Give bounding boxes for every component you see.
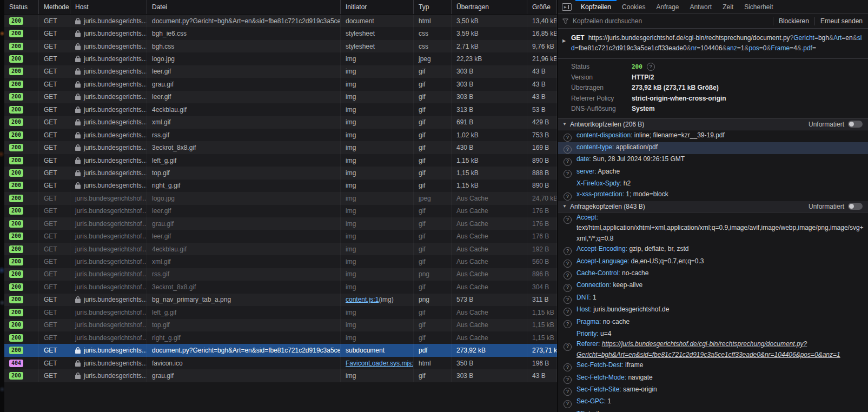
header-row[interactable]: ?content-type: application/pdf [558, 142, 868, 154]
request-row[interactable]: 200GETjuris.bundesgerichts…rss.gifimggif… [4, 129, 557, 141]
column-header-datei[interactable]: Datei [147, 0, 341, 14]
question-circle-icon[interactable]: ? [564, 216, 572, 224]
question-circle-icon[interactable]: ? [564, 260, 572, 268]
question-circle-icon[interactable]: ? [564, 363, 572, 371]
question-circle-icon[interactable]: ? [564, 134, 572, 142]
question-circle-icon[interactable]: ? [647, 63, 655, 71]
tab-zeit[interactable]: Zeit [717, 0, 739, 14]
column-header-übertragen[interactable]: Übertragen [452, 0, 527, 14]
question-circle-icon[interactable]: ? [564, 271, 572, 280]
request-row[interactable]: 200GETjuris.bundesgerichts…leer.gifimggi… [4, 65, 557, 78]
request-row[interactable]: 404GETjuris.bundesgerichts…favicon.icoFa… [4, 357, 557, 369]
header-row[interactable]: ?date: Sun, 28 Jul 2024 09:26:15 GMT [558, 154, 868, 166]
initiator-link[interactable]: FaviconLoader.sys.mjs:1… [346, 360, 414, 367]
request-row[interactable]: 200GETjuris.bundesgerichtshof…logo.jpgim… [4, 192, 557, 204]
size-cell: 176 B [527, 217, 557, 230]
header-row[interactable]: ?Sec-Fetch-Site: same-origin [558, 384, 868, 396]
header-value: no-cache [622, 269, 648, 277]
request-row[interactable]: 200GETjuris.bundesgerichtshof…leer.gifim… [4, 205, 557, 217]
question-circle-icon[interactable]: ? [564, 192, 572, 201]
header-row[interactable]: ?x-xss-protection: 1; mode=block [558, 189, 868, 201]
request-row[interactable]: 200GETjuris.bundesgerichts…document.py?G… [4, 344, 557, 356]
header-row[interactable]: ?Host: juris.bundesgerichtshof.de [558, 304, 868, 316]
header-row[interactable]: ?TE: trailers [558, 409, 868, 412]
request-row[interactable]: 200GETjuris.bundesgerichtshof…3eckrot_8x… [4, 281, 557, 293]
header-row[interactable]: ?server: Apache [558, 167, 868, 178]
question-circle-icon[interactable]: ? [564, 376, 572, 384]
column-header-methode[interactable]: Methode [39, 0, 70, 14]
initiator-link[interactable]: content.js:1 [346, 296, 379, 303]
block-button[interactable]: Blockieren [773, 17, 814, 25]
request-row[interactable]: 200GETjuris.bundesgerichtshof…leer.gifim… [4, 230, 557, 242]
tab-kopfzeilen[interactable]: Kopfzeilen [575, 0, 617, 14]
request-row[interactable]: 200GETjuris.bundesgerichtshof…xml.gifimg… [4, 255, 557, 268]
question-circle-icon[interactable]: ? [564, 400, 572, 408]
request-row[interactable]: 200GETjuris.bundesgerichts…bg_nav_primar… [4, 294, 557, 306]
headers-search-input[interactable] [572, 17, 773, 25]
tab-antwort[interactable]: Antwort [684, 0, 717, 14]
request-row[interactable]: 200GETjuris.bundesgerichts…right_g.gifim… [4, 180, 557, 192]
header-row[interactable]: ?Pragma: no-cache [558, 317, 868, 329]
column-header-initiator[interactable]: Initiator [341, 0, 414, 14]
request-row[interactable]: 200GETjuris.bundesgerichtshof…left_g.gif… [4, 306, 557, 318]
raw-toggle-switch[interactable] [848, 203, 863, 210]
header-row[interactable]: ?Accept-Encoding: gzip, deflate, br, zst… [558, 244, 868, 256]
question-circle-icon[interactable]: ? [564, 170, 572, 178]
question-circle-icon[interactable]: ? [564, 320, 572, 328]
request-row[interactable]: 200GETjuris.bundesgerichts…bgh_ie6.cssst… [4, 27, 557, 39]
request-row[interactable]: 200GETjuris.bundesgerichts…left_g.gifimg… [4, 154, 557, 167]
tab-cookies[interactable]: Cookies [617, 0, 651, 14]
header-row[interactable]: Priority: u=4 [558, 329, 868, 339]
request-row[interactable]: 200GETjuris.bundesgerichts…logo.jpgimgjp… [4, 52, 557, 65]
header-row[interactable]: ?Accept: text/html,application/xhtml+xml… [558, 212, 868, 244]
request-row[interactable]: 200GETjuris.bundesgerichts…3eckrot_8x8.g… [4, 141, 557, 154]
request-row[interactable]: 200GETjuris.bundesgerichts…top.gifimggif… [4, 167, 557, 179]
request-row[interactable]: 200GETjuris.bundesgerichts…document.py?G… [4, 15, 557, 27]
header-row[interactable]: ?Sec-Fetch-Dest: iframe [558, 360, 868, 372]
header-row[interactable]: ?Referer: https://juris.bundesgerichtsho… [558, 339, 868, 360]
tab-anfrage[interactable]: Anfrage [651, 0, 684, 14]
request-row[interactable]: 200GETjuris.bundesgerichtshof…top.gifimg… [4, 319, 557, 331]
header-row[interactable]: ?content-disposition: inline; filename=k… [558, 130, 868, 142]
column-header-größe[interactable]: Größe [527, 0, 557, 14]
question-circle-icon[interactable]: ? [564, 158, 572, 166]
request-row[interactable]: 200GETjuris.bundesgerichtshof…rss.gifimg… [4, 268, 557, 281]
question-circle-icon[interactable]: ? [564, 247, 572, 255]
section-header[interactable]: ▼Antwortkopfzeilen (206 B)Unformatiert [558, 119, 868, 130]
request-row[interactable]: 200GETjuris.bundesgerichts…grau.gifimggi… [4, 369, 557, 382]
lock-icon [75, 94, 81, 100]
request-row[interactable]: 200GETjuris.bundesgerichts…xml.gifimggif… [4, 116, 557, 129]
header-row[interactable]: ?Cache-Control: no-cache [558, 268, 868, 280]
column-header-typ[interactable]: Typ [414, 0, 452, 14]
header-row[interactable]: ?Sec-Fetch-Mode: navigate [558, 373, 868, 384]
question-circle-icon[interactable]: ? [564, 388, 572, 396]
tab-sicherheit[interactable]: Sicherheit [739, 0, 778, 14]
question-circle-icon[interactable]: ? [564, 308, 572, 316]
request-details-panel: ▶ KopfzeilenCookiesAnfrageAntwortZeitSic… [557, 0, 868, 412]
question-circle-icon[interactable]: ? [564, 145, 572, 154]
raw-toggle-switch[interactable] [848, 121, 863, 128]
header-row[interactable]: ?DNT: 1 [558, 293, 868, 304]
section-header[interactable]: ▼Anfragekopfzeilen (843 B)Unformatiert [558, 201, 868, 212]
header-row[interactable]: ?Sec-GPC: 1 [558, 396, 868, 408]
header-row[interactable]: ?Connection: keep-alive [558, 280, 868, 292]
request-row[interactable]: 200GETjuris.bundesgerichts…leer.gifimggi… [4, 91, 557, 103]
request-row[interactable]: 200GETjuris.bundesgerichts…grau.gifimggi… [4, 78, 557, 90]
question-circle-icon[interactable]: ? [564, 296, 572, 304]
question-circle-icon[interactable]: ? [564, 284, 572, 292]
request-row[interactable]: 200GETjuris.bundesgerichtshof…right_g.gi… [4, 331, 557, 344]
column-header-status[interactable]: Status [4, 0, 39, 14]
column-header-host[interactable]: Host [70, 0, 147, 14]
header-value[interactable]: https://juris.bundesgerichtshof.de/cgi-b… [577, 340, 840, 358]
request-row[interactable]: 200GETjuris.bundesgerichtshof…4eckblau.g… [4, 243, 557, 255]
initiator-suffix: (img) [379, 296, 393, 303]
request-row[interactable]: 200GETjuris.bundesgerichts…4eckblau.gifi… [4, 103, 557, 116]
collapse-sidebar-button[interactable]: ▶ [558, 0, 575, 14]
request-row[interactable]: 200GETjuris.bundesgerichtshof…grau.gifim… [4, 217, 557, 230]
resend-button[interactable]: Erneut senden [814, 17, 868, 25]
header-row[interactable]: X-Firefox-Spdy: h2 [558, 178, 868, 189]
question-circle-icon[interactable]: ? [564, 343, 572, 351]
header-row[interactable]: ?Accept-Language: de,en-US;q=0.7,en;q=0.… [558, 256, 868, 268]
url-twisty-icon[interactable]: ▶ [562, 33, 571, 54]
request-row[interactable]: 200GETjuris.bundesgerichts…bgh.cssstyles… [4, 40, 557, 52]
